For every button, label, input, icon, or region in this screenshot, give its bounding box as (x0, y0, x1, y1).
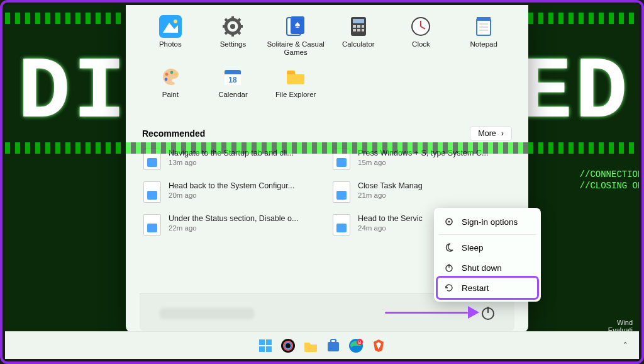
svg-line-12 (225, 31, 228, 34)
svg-rect-20 (362, 25, 364, 28)
document-icon (333, 149, 350, 170)
calculator-icon (347, 15, 370, 38)
svg-line-9 (225, 19, 228, 21)
svg-text:♠: ♠ (295, 19, 301, 30)
document-icon (143, 149, 161, 170)
app-calendar[interactable]: 18 Calendar (203, 63, 264, 110)
svg-point-4 (230, 24, 235, 29)
svg-rect-21 (353, 29, 356, 31)
desktop-wallpaper: DI ED //CONNECTION TER //CLOSING OPEN P … (5, 5, 639, 359)
svg-text:18: 18 (229, 76, 238, 84)
taskbar: B ˄ (5, 331, 639, 359)
svg-point-2 (174, 20, 177, 23)
app-settings[interactable]: Settings (203, 13, 264, 59)
recommended-item[interactable]: Close Task Manag21m ago (333, 181, 511, 203)
power-signin-options[interactable]: Sign-in options (438, 212, 537, 232)
app-photos[interactable]: Photos (140, 13, 201, 59)
app-file-explorer[interactable]: File Explorer (265, 63, 326, 110)
annotation-arrow (385, 306, 479, 319)
wallpaper-terminal-text: //CONNECTION TER //CLOSING OPEN P (580, 169, 639, 191)
recommended-item[interactable]: Press Windows + S, type System C...15m a… (333, 149, 511, 170)
svg-line-11 (238, 19, 240, 21)
calendar-icon: 18 (221, 65, 244, 88)
svg-rect-28 (477, 17, 491, 21)
pinned-apps-grid: Photos Settings ♠ Solitaire & Casual Gam… (140, 13, 514, 110)
power-icon (444, 263, 454, 273)
svg-point-33 (170, 71, 173, 74)
wallpaper-text-left: DI (18, 43, 128, 143)
svg-point-34 (164, 78, 167, 81)
app-paint[interactable]: Paint (140, 63, 201, 110)
document-icon (143, 181, 161, 203)
svg-point-35 (174, 73, 177, 76)
svg-rect-19 (357, 25, 360, 28)
wallpaper-text-right: ED (519, 43, 630, 143)
svg-rect-23 (362, 29, 364, 31)
svg-rect-18 (353, 25, 356, 28)
svg-text:B: B (358, 340, 362, 344)
menu-separator (439, 234, 536, 235)
svg-rect-47 (266, 346, 272, 352)
power-button[interactable] (482, 307, 494, 320)
recommended-heading: Recommended (142, 128, 205, 139)
taskbar-brave-button[interactable] (370, 338, 387, 354)
svg-rect-46 (259, 346, 265, 352)
document-icon (333, 181, 350, 203)
app-calculator[interactable]: Calculator (328, 13, 389, 59)
recommended-item[interactable]: Head back to the System Configur...20m a… (143, 181, 321, 203)
taskbar-store-button[interactable] (325, 338, 341, 354)
moon-icon (444, 242, 454, 253)
chevron-right-icon: › (501, 129, 504, 138)
svg-rect-17 (353, 19, 364, 23)
paint-icon (159, 65, 182, 88)
notepad-icon (472, 15, 495, 38)
power-menu: Sign-in options Sleep Shut down Restart (434, 208, 541, 302)
chevron-up-icon: ˄ (623, 341, 628, 350)
document-icon (333, 214, 350, 236)
taskbar-edge-button[interactable]: B (348, 338, 364, 354)
clock-icon (409, 15, 432, 38)
power-restart[interactable]: Restart (438, 278, 537, 298)
svg-rect-39 (287, 71, 295, 74)
recommended-item[interactable]: Navigate to the Startup tab and cli...13… (143, 149, 321, 170)
svg-rect-51 (328, 342, 339, 351)
app-clock[interactable]: Clock (391, 13, 452, 59)
taskbar-chevron-up[interactable]: ˄ (623, 341, 628, 350)
settings-icon (221, 15, 244, 38)
taskbar-explorer-button[interactable] (303, 338, 319, 354)
app-notepad[interactable]: Notepad (453, 13, 514, 59)
photos-icon (159, 15, 182, 38)
recommended-more-button[interactable]: More › (470, 126, 512, 141)
document-icon (143, 214, 161, 236)
svg-point-41 (448, 220, 450, 222)
explorer-icon (284, 65, 307, 88)
recommended-item[interactable]: Under the Status section, Disable o...22… (143, 214, 321, 236)
gear-icon (444, 217, 454, 227)
power-icon (482, 307, 494, 320)
svg-rect-52 (331, 339, 336, 343)
taskbar-search-button[interactable] (280, 338, 296, 354)
svg-line-10 (238, 31, 240, 34)
svg-point-32 (165, 73, 168, 76)
power-sleep[interactable]: Sleep (438, 237, 537, 258)
taskbar-start-button[interactable] (257, 338, 274, 354)
app-solitaire[interactable]: ♠ Solitaire & Casual Games (265, 13, 326, 59)
user-account-button[interactable] (160, 308, 254, 319)
svg-rect-45 (266, 339, 272, 345)
power-shutdown[interactable]: Shut down (438, 258, 537, 278)
svg-rect-44 (259, 339, 265, 345)
restart-icon (444, 283, 454, 293)
svg-rect-22 (357, 29, 360, 31)
solitaire-icon: ♠ (284, 15, 307, 38)
